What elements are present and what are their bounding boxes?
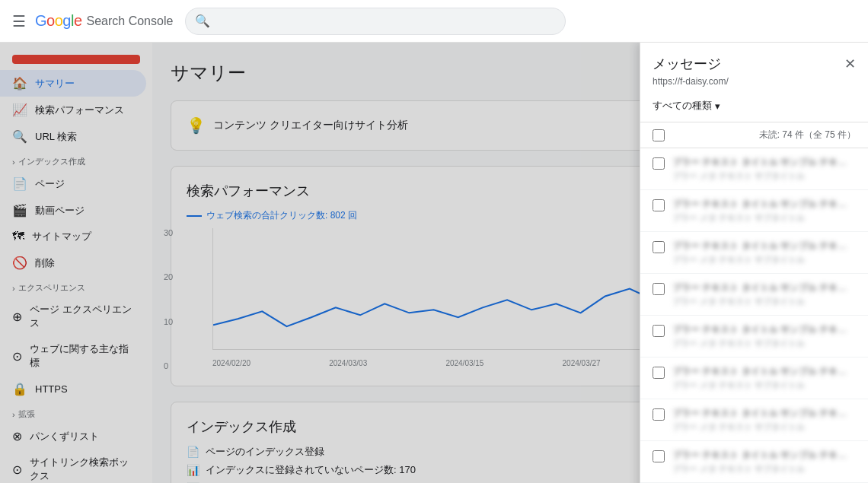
message-panel-url: https://f-daisy.com/ (653, 76, 856, 87)
message-title: ブラー テキスト タイトル サンプル テキスト コンテンツ フィラー (672, 156, 856, 169)
message-title: ブラー テキスト タイトル サンプル テキスト コンテンツ フィラー (672, 449, 856, 462)
product-name: Search Console (87, 14, 174, 28)
message-item[interactable]: ブラー テキスト タイトル サンプル テキスト コンテンツ フィラー ブラー メ… (640, 274, 868, 316)
message-item[interactable]: ブラー テキスト タイトル サンプル テキスト コンテンツ フィラー ブラー メ… (640, 232, 868, 274)
main-layout: 🏠 サマリー 📈 検索パフォーマンス 🔍 URL 検索 › インデックス作成 📄… (0, 43, 868, 483)
message-content: ブラー テキスト タイトル サンプル テキスト コンテンツ フィラー ブラー メ… (672, 323, 856, 349)
message-checkbox[interactable] (653, 283, 665, 295)
message-content: ブラー テキスト タイトル サンプル テキスト コンテンツ フィラー ブラー メ… (672, 198, 856, 224)
message-title: ブラー テキスト タイトル サンプル テキスト コンテンツ フィラー (672, 281, 856, 294)
message-filter-button[interactable]: すべての種類 ▾ (653, 99, 720, 113)
menu-icon[interactable]: ☰ (12, 12, 26, 30)
message-checkbox[interactable] (653, 450, 665, 462)
message-title: ブラー テキスト タイトル サンプル テキスト コンテンツ フィラー (672, 323, 856, 336)
message-item[interactable]: ブラー テキスト タイトル サンプル テキスト コンテンツ フィラー ブラー メ… (640, 148, 868, 190)
message-content: ブラー テキスト タイトル サンプル テキスト コンテンツ フィラー ブラー メ… (672, 281, 856, 307)
message-title: ブラー テキスト タイトル サンプル テキスト コンテンツ フィラー (672, 198, 856, 211)
message-count-text: 未読: 74 件（全 75 件） (759, 129, 856, 141)
message-content: ブラー テキスト タイトル サンプル テキスト コンテンツ フィラー ブラー メ… (672, 407, 856, 433)
header: ☰ Google Search Console 🔍 (0, 0, 868, 43)
message-item[interactable]: ブラー テキスト タイトル サンプル テキスト コンテンツ フィラー ブラー メ… (640, 441, 868, 483)
search-input[interactable] (216, 15, 556, 27)
logo-text: Google (35, 12, 82, 30)
message-title: ブラー テキスト タイトル サンプル テキスト コンテンツ フィラー (672, 365, 856, 378)
search-icon: 🔍 (195, 14, 210, 28)
message-item[interactable]: ブラー テキスト タイトル サンプル テキスト コンテンツ フィラー ブラー メ… (640, 357, 868, 399)
message-count-row: 未読: 74 件（全 75 件） (640, 122, 868, 148)
message-item[interactable]: ブラー テキスト タイトル サンプル テキスト コンテンツ フィラー ブラー メ… (640, 190, 868, 232)
message-content: ブラー テキスト タイトル サンプル テキスト コンテンツ フィラー ブラー メ… (672, 156, 856, 182)
message-checkbox[interactable] (653, 408, 665, 421)
message-panel-title: メッセージ (653, 55, 721, 73)
message-filter-row: すべての種類 ▾ (653, 93, 856, 116)
message-panel: メッセージ ✕ https://f-daisy.com/ すべての種類 ▾ 未読… (640, 43, 868, 483)
message-item[interactable]: ブラー テキスト タイトル サンプル テキスト コンテンツ フィラー ブラー メ… (640, 399, 868, 441)
message-checkbox[interactable] (653, 199, 665, 211)
message-checkbox[interactable] (653, 367, 665, 379)
message-meta: ブラー メタ テキスト サブタイトル (672, 463, 856, 475)
message-meta: ブラー メタ テキスト サブタイトル (672, 296, 856, 307)
message-panel-title-row: メッセージ ✕ (653, 55, 856, 73)
message-meta: ブラー メタ テキスト サブタイトル (672, 380, 856, 391)
logo: Google Search Console (35, 12, 173, 30)
message-content: ブラー テキスト タイトル サンプル テキスト コンテンツ フィラー ブラー メ… (672, 240, 856, 265)
message-title: ブラー テキスト タイトル サンプル テキスト コンテンツ フィラー (672, 240, 856, 253)
message-panel-header: メッセージ ✕ https://f-daisy.com/ すべての種類 ▾ (640, 43, 868, 122)
message-checkbox[interactable] (653, 241, 665, 253)
message-content: ブラー テキスト タイトル サンプル テキスト コンテンツ フィラー ブラー メ… (672, 449, 856, 475)
select-all-checkbox[interactable] (653, 129, 665, 141)
close-icon[interactable]: ✕ (844, 56, 856, 72)
message-title: ブラー テキスト タイトル サンプル テキスト コンテンツ フィラー (672, 407, 856, 420)
message-meta: ブラー メタ テキスト サブタイトル (672, 212, 856, 224)
message-meta: ブラー メタ テキスト サブタイトル (672, 254, 856, 265)
message-content: ブラー テキスト タイトル サンプル テキスト コンテンツ フィラー ブラー メ… (672, 365, 856, 391)
message-list: ブラー テキスト タイトル サンプル テキスト コンテンツ フィラー ブラー メ… (640, 148, 868, 483)
message-meta: ブラー メタ テキスト サブタイトル (672, 338, 856, 349)
message-meta: ブラー メタ テキスト サブタイトル (672, 421, 856, 433)
message-meta: ブラー メタ テキスト サブタイトル (672, 170, 856, 182)
message-checkbox[interactable] (653, 157, 665, 170)
message-checkbox[interactable] (653, 325, 665, 337)
message-item[interactable]: ブラー テキスト タイトル サンプル テキスト コンテンツ フィラー ブラー メ… (640, 316, 868, 357)
search-bar: 🔍 (185, 8, 566, 35)
